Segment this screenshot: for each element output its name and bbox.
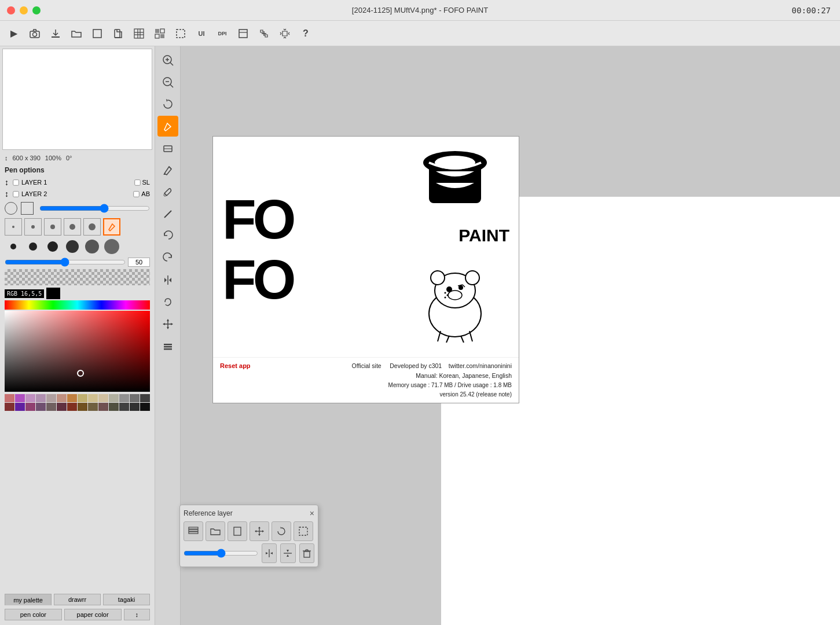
ref-select-button[interactable]	[294, 521, 313, 541]
palette-swatch[interactable]	[140, 403, 150, 411]
palette-swatch[interactable]	[88, 403, 98, 411]
frame-button[interactable]	[171, 24, 190, 43]
fofo-canvas[interactable]: FO FO PAI	[212, 136, 519, 403]
rotate-tool[interactable]	[157, 94, 178, 115]
lasso-tool[interactable]	[157, 292, 178, 312]
ref-flip-h-button[interactable]	[262, 543, 277, 563]
zoom-in-tool[interactable]	[157, 50, 178, 71]
tagaki-tab[interactable]: tagaki	[103, 594, 150, 605]
paper-color-action[interactable]: paper color	[64, 609, 122, 620]
color-picker[interactable]	[5, 311, 150, 392]
palette-swatch[interactable]	[36, 403, 46, 411]
palette-swatch[interactable]	[109, 394, 119, 402]
size-input[interactable]: 50	[128, 258, 150, 267]
ref-trash-button[interactable]	[299, 543, 314, 563]
preset-pen-active[interactable]	[103, 218, 120, 236]
palette-swatch[interactable]	[88, 394, 98, 402]
palette-swatch[interactable]	[140, 394, 150, 402]
hue-slider[interactable]	[5, 300, 150, 310]
palette-swatch[interactable]	[15, 394, 25, 402]
ref-flip-v-button[interactable]	[280, 543, 295, 563]
ref-layers-button[interactable]	[184, 521, 203, 541]
preset-4[interactable]	[64, 218, 81, 236]
dpi-button[interactable]: DPI	[213, 24, 232, 43]
move-canvas-tool[interactable]	[157, 314, 178, 334]
layer1-checkbox[interactable]	[13, 179, 19, 185]
download-button[interactable]	[46, 24, 65, 43]
black-dot-4[interactable]	[64, 238, 81, 255]
palette-swatch[interactable]	[25, 394, 35, 402]
redo-tool[interactable]	[157, 248, 178, 269]
grid2-button[interactable]	[151, 24, 169, 43]
ref-layer-close-button[interactable]: ×	[310, 509, 314, 518]
palette-swatch[interactable]	[119, 403, 129, 411]
preset-2[interactable]	[24, 218, 42, 236]
ref-rotate-button[interactable]	[272, 521, 291, 541]
black-dot-5[interactable]	[83, 238, 101, 255]
pencil-tool[interactable]	[157, 160, 178, 181]
palette-swatch[interactable]	[5, 394, 14, 402]
eyedropper-tool[interactable]	[157, 182, 178, 203]
palette-swatch[interactable]	[46, 403, 56, 411]
palette-swatch[interactable]	[78, 394, 87, 402]
layer2-checkbox[interactable]	[13, 191, 19, 197]
layout-button[interactable]	[234, 24, 252, 43]
palette-swatch[interactable]	[67, 403, 77, 411]
black-dot-3[interactable]	[44, 238, 61, 255]
layer2-checkbox-label[interactable]: LAYER 2	[12, 190, 47, 198]
layer-tool[interactable]	[157, 336, 178, 356]
square-brush[interactable]	[21, 202, 34, 215]
flip-tool[interactable]	[157, 270, 178, 291]
preset-1[interactable]	[5, 218, 22, 236]
brush-tool[interactable]	[157, 204, 178, 225]
palette-swatch[interactable]	[25, 403, 35, 411]
pen-color-action[interactable]: pen color	[5, 609, 62, 620]
palette-swatch[interactable]	[78, 403, 87, 411]
preset-3[interactable]	[44, 218, 61, 236]
folder-button[interactable]	[67, 24, 86, 43]
help-button[interactable]: ?	[296, 24, 315, 43]
transform-button[interactable]	[255, 24, 273, 43]
zoom-out-tool[interactable]	[157, 72, 178, 93]
move-button[interactable]	[276, 24, 294, 43]
ref-move-button[interactable]	[250, 521, 269, 541]
palette-swatch[interactable]	[98, 403, 108, 411]
black-dot-2[interactable]	[24, 238, 42, 255]
size-slider[interactable]	[5, 258, 126, 267]
palette-swatch[interactable]	[15, 403, 25, 411]
new-button[interactable]	[88, 24, 107, 43]
ui-button[interactable]: UI	[192, 24, 211, 43]
palette-swatch[interactable]	[46, 394, 56, 402]
palette-swatch[interactable]	[5, 403, 14, 411]
sl-checkbox[interactable]	[134, 179, 140, 185]
layer1-checkbox-label[interactable]: LAYER 1	[12, 179, 47, 186]
pen-tool[interactable]	[157, 116, 178, 137]
color-swatch-black[interactable]	[46, 288, 60, 299]
ref-folder-button[interactable]	[206, 521, 225, 541]
minimize-button[interactable]	[20, 6, 28, 14]
play-button[interactable]: ▶	[5, 24, 23, 43]
ref-page-button[interactable]	[228, 521, 247, 541]
palette-swatch[interactable]	[57, 394, 67, 402]
close-button[interactable]	[7, 6, 15, 14]
drawrr-tab[interactable]: drawrr	[54, 594, 101, 605]
palette-swatch[interactable]	[57, 403, 67, 411]
eraser-tool[interactable]	[157, 138, 178, 159]
circle-brush[interactable]	[5, 202, 17, 215]
black-dot-6[interactable]	[103, 238, 120, 255]
camera-button[interactable]	[25, 24, 44, 43]
palette-swatch[interactable]	[109, 403, 119, 411]
palette-swatch[interactable]	[130, 403, 140, 411]
reset-app-button[interactable]: Reset app	[220, 361, 251, 381]
ref-opacity-slider[interactable]	[184, 549, 258, 558]
grid-button[interactable]	[130, 24, 148, 43]
palette-swatch[interactable]	[36, 394, 46, 402]
black-dot-1[interactable]	[5, 238, 22, 255]
export-button[interactable]	[109, 24, 127, 43]
palette-swatch[interactable]	[119, 394, 129, 402]
my-palette-tab[interactable]: my palette	[5, 594, 52, 605]
preset-5[interactable]	[83, 218, 101, 236]
ab-checkbox[interactable]	[134, 191, 140, 197]
undo-tool[interactable]	[157, 226, 178, 247]
brush-size-slider[interactable]	[39, 204, 150, 213]
